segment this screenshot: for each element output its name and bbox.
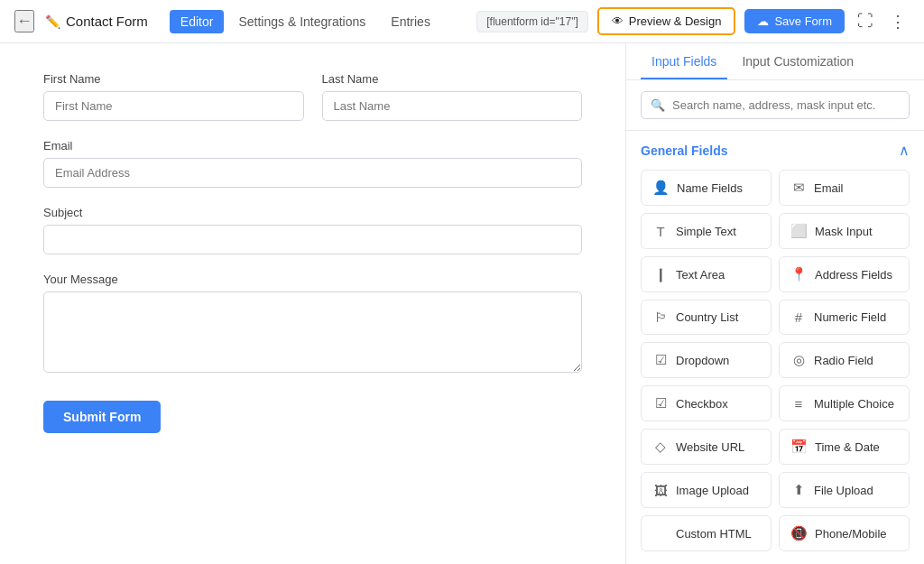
text-area-icon: ❙ [652, 266, 669, 282]
field-btn-radio[interactable]: ◎Radio Field [779, 342, 910, 378]
email-label: Email [814, 181, 844, 195]
field-btn-multiple-choice[interactable]: ≡Multiple Choice [779, 385, 910, 421]
field-btn-time-date[interactable]: 📅Time & Date [779, 429, 910, 465]
form-edit-icon: ✏️ [45, 14, 60, 29]
address-icon: 📍 [790, 266, 808, 282]
field-btn-image-upload[interactable]: 🖼Image Upload [641, 472, 772, 508]
first-name-label: First Name [43, 72, 304, 86]
field-btn-text-area[interactable]: ❙Text Area [641, 256, 772, 292]
name-icon: 👤 [652, 180, 670, 196]
right-panel: Input Fields Input Customization 🔍 Gener… [626, 43, 924, 564]
tab-entries[interactable]: Entries [380, 10, 441, 33]
multiple-choice-label: Multiple Choice [814, 397, 894, 411]
field-btn-mask-input[interactable]: ⬜Mask Input [779, 213, 910, 249]
tab-input-customization[interactable]: Input Customization [731, 43, 864, 79]
field-btn-checkbox[interactable]: ☑Checkbox [641, 385, 772, 421]
last-name-label: Last Name [322, 72, 583, 86]
message-label: Your Message [43, 273, 582, 286]
email-group: Email [43, 139, 582, 188]
custom-html-label: Custom HTML [676, 527, 752, 541]
tab-input-fields[interactable]: Input Fields [641, 43, 727, 79]
nav-right: [fluentform id="17"] 👁 Preview & Design … [476, 7, 910, 35]
fields-grid: 👤Name Fields✉EmailTSimple Text⬜Mask Inpu… [641, 170, 910, 551]
general-fields-title: General Fields [641, 143, 727, 158]
submit-form-button[interactable]: Submit Form [43, 401, 161, 433]
field-btn-website-url[interactable]: ◇Website URL [641, 429, 772, 465]
panel-tabs: Input Fields Input Customization [626, 43, 924, 80]
mask-input-label: Mask Input [815, 225, 873, 238]
image-upload-label: Image Upload [676, 484, 749, 497]
fields-section: General Fields ∧ 👤Name Fields✉EmailTSimp… [626, 131, 924, 564]
form-title-area: ✏️ Contact Form [45, 14, 148, 29]
file-upload-label: File Upload [814, 484, 873, 497]
back-button[interactable]: ← [14, 10, 34, 32]
message-textarea[interactable] [43, 291, 582, 373]
file-upload-icon: ⬆ [790, 482, 807, 498]
nav-tabs: Editor Settings & Integrations Entries [170, 10, 441, 33]
checkbox-icon: ☑ [652, 395, 669, 411]
cloud-icon: ☁ [757, 14, 769, 28]
save-form-button[interactable]: ☁ Save Form [744, 9, 845, 33]
search-wrap: 🔍 [641, 91, 910, 119]
country-icon: 🏳 [652, 310, 669, 325]
fullscreen-button[interactable]: ⛶ [854, 8, 877, 34]
numeric-label: Numeric Field [814, 310, 886, 324]
first-name-input[interactable] [43, 91, 304, 121]
email-input[interactable] [43, 158, 582, 188]
tab-editor[interactable]: Editor [170, 10, 225, 33]
message-group: Your Message [43, 273, 582, 375]
collapse-icon[interactable]: ∧ [899, 142, 910, 159]
more-options-button[interactable]: ⋮ [886, 8, 910, 35]
first-name-group: First Name [43, 72, 304, 121]
radio-label: Radio Field [814, 354, 873, 367]
address-label: Address Fields [815, 268, 892, 282]
email-icon: ✉ [790, 180, 807, 196]
preview-design-button[interactable]: 👁 Preview & Design [597, 7, 736, 35]
multiple-choice-icon: ≡ [790, 396, 807, 411]
subject-label: Subject [43, 206, 582, 219]
subject-input[interactable] [43, 225, 582, 254]
simple-text-label: Simple Text [676, 225, 736, 238]
search-icon: 🔍 [651, 98, 665, 112]
section-header: General Fields ∧ [641, 142, 910, 159]
field-btn-address[interactable]: 📍Address Fields [779, 256, 910, 292]
top-nav: ← ✏️ Contact Form Editor Settings & Inte… [0, 0, 924, 43]
field-btn-name[interactable]: 👤Name Fields [641, 170, 772, 206]
subject-group: Subject [43, 206, 582, 254]
field-btn-email[interactable]: ✉Email [779, 170, 910, 206]
field-btn-file-upload[interactable]: ⬆File Upload [779, 472, 910, 508]
shortcode-badge[interactable]: [fluentform id="17"] [476, 11, 588, 32]
name-label: Name Fields [677, 181, 743, 195]
field-btn-simple-text[interactable]: TSimple Text [641, 213, 772, 249]
time-date-icon: 📅 [790, 439, 808, 455]
search-input[interactable] [672, 98, 900, 112]
last-name-input[interactable] [322, 91, 583, 121]
name-row: First Name Last Name [43, 72, 582, 139]
numeric-icon: # [790, 310, 807, 325]
form-title: Contact Form [66, 14, 148, 29]
image-upload-icon: 🖼 [652, 483, 669, 498]
time-date-label: Time & Date [815, 440, 880, 454]
field-btn-country[interactable]: 🏳Country List [641, 300, 772, 335]
email-label: Email [43, 139, 582, 153]
phone-icon: 📵 [790, 525, 808, 541]
last-name-group: Last Name [322, 72, 583, 121]
mask-input-icon: ⬜ [790, 223, 808, 239]
field-btn-numeric[interactable]: #Numeric Field [779, 300, 910, 335]
website-url-label: Website URL [676, 440, 744, 454]
field-btn-custom-html[interactable]: Custom HTML [641, 515, 772, 551]
save-label: Save Form [774, 14, 832, 28]
dropdown-icon: ☑ [652, 352, 669, 368]
eye-icon: 👁 [612, 14, 624, 28]
country-label: Country List [676, 310, 738, 324]
dropdown-label: Dropdown [676, 354, 729, 367]
field-btn-phone[interactable]: 📵Phone/Mobile [779, 515, 910, 551]
field-btn-dropdown[interactable]: ☑Dropdown [641, 342, 772, 378]
phone-label: Phone/Mobile [815, 527, 887, 541]
tab-settings[interactable]: Settings & Integrations [227, 10, 376, 33]
preview-label: Preview & Design [629, 14, 722, 28]
text-area-label: Text Area [676, 268, 725, 282]
main-content: First Name Last Name Email Subject Your … [0, 43, 924, 564]
checkbox-label: Checkbox [676, 397, 728, 411]
radio-icon: ◎ [790, 352, 807, 368]
